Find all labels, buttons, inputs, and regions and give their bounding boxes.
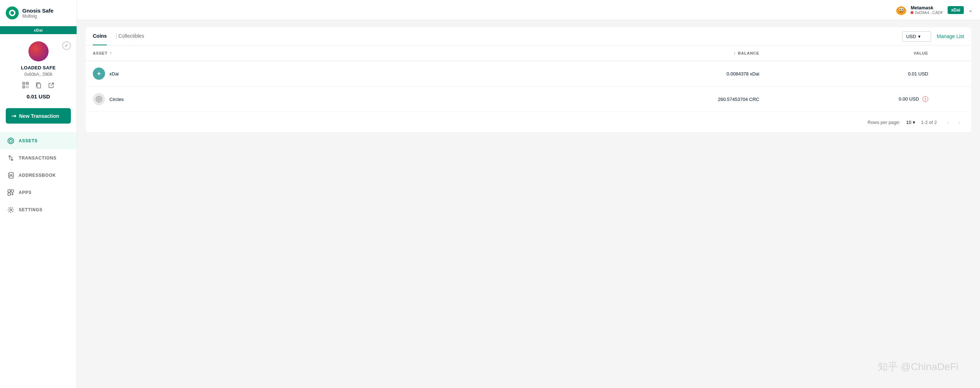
transactions-icon — [7, 155, 14, 162]
wallet-info: Metamask 0xD9A4...CADF — [896, 4, 943, 16]
next-page-button[interactable]: › — [954, 117, 964, 127]
svg-rect-9 — [28, 87, 29, 88]
info-icon[interactable]: i — [923, 96, 928, 102]
balance-cell-xdai: 0.0084378 xDai — [528, 61, 788, 87]
balance-cell-circles: 260.57453704 CRC — [528, 87, 788, 112]
table-body: xDai 0.0084378 xDai 0.01 USD — [86, 61, 971, 112]
apps-icon — [7, 189, 14, 196]
svg-point-11 — [8, 138, 14, 144]
copy-icon[interactable] — [35, 81, 43, 89]
logo-text: Gnosis Safe Multisig — [22, 8, 54, 19]
xdai-asset-icon — [93, 68, 105, 80]
balance-column-label: BALANCE — [738, 51, 759, 55]
rows-per-page-label: Rows per page: — [867, 120, 900, 125]
new-transaction-button[interactable]: ↗ New Transaction — [6, 108, 71, 124]
safe-avatar — [29, 41, 49, 62]
addressbook-label: ADDRESSBOOK — [19, 173, 56, 178]
network-badge: xDai — [0, 26, 76, 34]
app-subtitle: Multisig — [22, 14, 54, 19]
svg-rect-15 — [11, 190, 14, 192]
page-info: 1-2 of 2 — [921, 120, 937, 125]
currency-value: USD — [906, 34, 916, 39]
network-badge-header: xDai — [948, 6, 964, 14]
asset-name-circles: Circles — [109, 97, 124, 102]
main-content: Metamask 0xD9A4...CADF xDai ⌄ Coins | Co… — [77, 0, 980, 388]
svg-rect-7 — [28, 86, 29, 87]
asset-tabs: Coins | Collectibles USD ▾ Manage List — [86, 27, 971, 46]
apps-label: APPS — [19, 190, 32, 195]
logo-icon — [6, 6, 19, 19]
wallet-name: Metamask — [910, 5, 943, 10]
safe-checkmark-button[interactable]: ✓ — [62, 41, 71, 50]
safe-action-icons — [22, 81, 56, 89]
sidebar-item-addressbook[interactable]: ADDRESSBOOK — [0, 167, 76, 184]
tab-coins[interactable]: Coins — [93, 27, 107, 45]
assets-label: ASSETS — [19, 138, 38, 143]
safe-identity: ✓ LOADED SAFE 0x60bA...5908 — [0, 34, 76, 105]
external-link-icon[interactable] — [48, 81, 56, 89]
transactions-label: TRANSACTIONS — [19, 155, 56, 161]
sidebar-navigation: ASSETS TRANSACTIONS ADDRESSBOOK — [0, 129, 76, 388]
wallet-dropdown-button[interactable]: ⌄ — [968, 6, 973, 13]
rows-select-arrow: ▾ — [913, 120, 915, 125]
new-transaction-label: New Transaction — [19, 113, 59, 119]
svg-point-23 — [902, 9, 903, 10]
sidebar-item-transactions[interactable]: TRANSACTIONS — [0, 149, 76, 167]
asset-sort-icon[interactable]: ↑ — [110, 51, 112, 56]
assets-table: ASSET ↑ ↑ BALANCE VALUE — [86, 46, 971, 112]
table-row: Circles 260.57453704 CRC 0.00 USD i — [86, 87, 971, 112]
network-status-dot — [910, 11, 913, 14]
tabs-right-controls: USD ▾ Manage List — [902, 31, 964, 42]
safe-balance: 0.01 USD — [27, 93, 50, 100]
value-column-label: VALUE — [914, 51, 928, 55]
logo-area: Gnosis Safe Multisig — [0, 0, 76, 26]
content-area: Coins | Collectibles USD ▾ Manage List — [77, 20, 980, 388]
svg-rect-16 — [8, 193, 10, 195]
svg-rect-8 — [26, 87, 27, 88]
svg-rect-1 — [23, 83, 24, 84]
settings-label: SETTINGS — [19, 207, 43, 212]
sidebar-item-apps[interactable]: APPS — [0, 184, 76, 201]
svg-point-22 — [900, 9, 901, 10]
currency-dropdown-icon: ▾ — [918, 34, 921, 39]
tab-collectibles[interactable]: Collectibles — [118, 27, 144, 45]
asset-column-label: ASSET — [93, 51, 108, 55]
asset-name-xdai: xDai — [109, 71, 119, 76]
svg-point-19 — [897, 6, 905, 14]
svg-point-17 — [10, 209, 12, 211]
app-name: Gnosis Safe — [22, 8, 54, 14]
svg-rect-3 — [27, 83, 28, 84]
circles-asset-icon — [93, 93, 105, 105]
previous-page-button[interactable]: ‹ — [943, 117, 953, 127]
asset-column-header: ASSET ↑ — [93, 51, 521, 56]
qr-code-icon[interactable] — [22, 81, 30, 89]
rows-per-page-selector[interactable]: 10 ▾ — [906, 120, 915, 125]
arrow-up-right-icon: ↗ — [10, 112, 18, 120]
sidebar-item-settings[interactable]: SETTINGS — [0, 201, 76, 219]
svg-rect-10 — [37, 84, 41, 88]
asset-cell-xdai: xDai — [93, 68, 521, 80]
asset-cell-circles: Circles — [93, 93, 521, 105]
svg-rect-13 — [9, 173, 13, 178]
tab-divider: | — [116, 33, 117, 40]
table-header: ASSET ↑ ↑ BALANCE VALUE — [86, 46, 971, 61]
sidebar: Gnosis Safe Multisig xDai ✓ LOADED SAFE … — [0, 0, 77, 388]
sidebar-item-assets[interactable]: ASSETS — [0, 132, 76, 149]
value-cell-circles: 0.00 USD i — [788, 87, 935, 112]
svg-rect-14 — [8, 190, 10, 192]
assets-card: Coins | Collectibles USD ▾ Manage List — [86, 27, 971, 132]
top-header: Metamask 0xD9A4...CADF xDai ⌄ — [77, 0, 980, 20]
metamask-icon — [896, 4, 907, 16]
svg-point-27 — [99, 99, 100, 100]
pagination: Rows per page: 10 ▾ 1-2 of 2 ‹ › — [86, 112, 971, 132]
currency-selector[interactable]: USD ▾ — [902, 31, 931, 42]
table-row: xDai 0.0084378 xDai 0.01 USD — [86, 61, 971, 87]
svg-point-12 — [10, 139, 12, 142]
svg-rect-6 — [26, 86, 27, 87]
balance-sort-icon[interactable]: ↑ — [733, 51, 736, 55]
safe-address: 0x60bA...5908 — [24, 72, 52, 77]
assets-icon — [7, 137, 14, 144]
settings-icon — [7, 206, 14, 214]
page-navigation: ‹ › — [943, 117, 964, 127]
manage-list-link[interactable]: Manage List — [937, 33, 964, 39]
